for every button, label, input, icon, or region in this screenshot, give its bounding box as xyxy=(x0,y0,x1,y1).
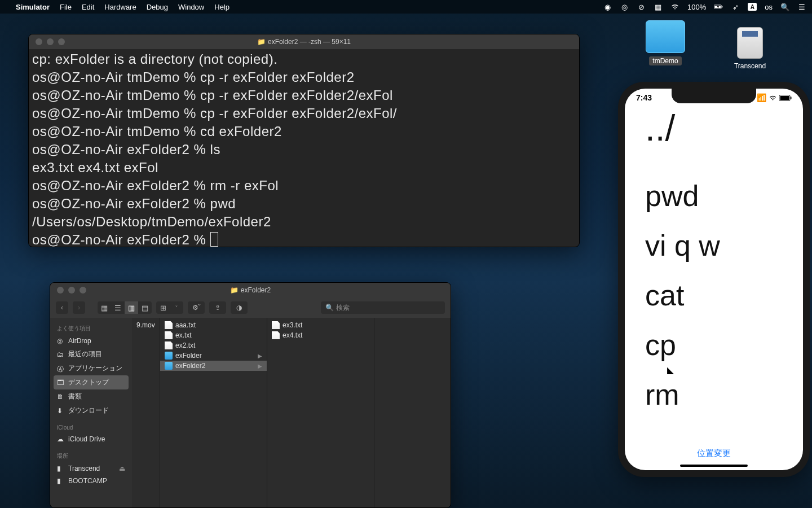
grid-icon[interactable]: ▦ xyxy=(654,2,663,11)
app-nav-back[interactable]: ../ xyxy=(645,108,783,171)
list-item[interactable]: exFolder2▶ xyxy=(160,361,267,371)
finder-column[interactable]: ex3.txt ex4.txt xyxy=(267,318,374,507)
list-item[interactable]: pwd xyxy=(645,171,783,221)
desktop-icon: 🗔 xyxy=(57,379,65,387)
list-item[interactable]: cp xyxy=(645,320,783,370)
sidebar-header: よく使う項目 xyxy=(50,322,132,335)
window-title: exFolder2 xyxy=(241,286,271,294)
tags-button[interactable]: ◑ xyxy=(231,301,248,314)
folder-icon xyxy=(165,362,173,370)
drive-icon: ▮ xyxy=(57,465,65,472)
list-view-icon[interactable]: ☰ xyxy=(111,301,125,314)
menu-help[interactable]: Help xyxy=(214,3,230,11)
finder-column[interactable] xyxy=(374,318,451,507)
menu-hardware[interactable]: Hardware xyxy=(104,3,136,11)
documents-icon: 🗎 xyxy=(57,393,65,401)
terminal-cursor xyxy=(210,232,218,247)
arrange-segment[interactable]: ⊞ˇ xyxy=(156,301,183,314)
menu-edit[interactable]: Edit xyxy=(82,3,94,11)
list-item[interactable]: vi q w xyxy=(645,221,783,270)
list-item[interactable]: ex3.txt xyxy=(267,320,374,330)
icon-view-icon[interactable]: ▦ xyxy=(98,301,111,314)
sidebar-item-recents[interactable]: 🗂最近の項目 xyxy=(50,347,132,361)
finder-column[interactable]: 9.mov xyxy=(132,318,160,507)
input-source-icon[interactable]: A xyxy=(748,3,757,11)
folder-icon xyxy=(646,20,685,53)
document-icon xyxy=(272,331,280,339)
drive-icon xyxy=(737,27,763,59)
window-titlebar[interactable]: 📁exFolder2 — -zsh — 59×11 xyxy=(29,34,579,49)
list-item[interactable]: rm xyxy=(645,370,783,419)
footer-link[interactable]: 位置変更 xyxy=(625,448,803,459)
list-item[interactable]: 9.mov xyxy=(132,320,160,330)
app-content[interactable]: ../ pwd vi q w cat cp rm xyxy=(625,108,803,419)
list-item[interactable]: ex.txt xyxy=(160,330,267,340)
svg-rect-2 xyxy=(722,6,722,8)
sidebar-item-documents[interactable]: 🗎書類 xyxy=(50,389,132,404)
simulator-device[interactable]: 7:43 📶 ../ pwd vi q w cat cp rm 位置変更 xyxy=(618,82,810,477)
home-indicator[interactable] xyxy=(680,465,748,467)
device-notch xyxy=(672,89,756,103)
screenshot-icon[interactable]: ◎ xyxy=(620,2,629,11)
notification-center-icon[interactable]: ☰ xyxy=(797,2,806,11)
user-menu[interactable]: os xyxy=(765,3,773,11)
desktop-disk-transcend[interactable]: Transcend xyxy=(722,27,778,70)
chevron-right-icon: ▶ xyxy=(258,353,262,359)
spotlight-icon[interactable]: 🔍 xyxy=(780,2,789,11)
battery-percent: 100% xyxy=(687,3,706,11)
compass-icon[interactable]: ➶ xyxy=(731,2,740,11)
document-icon xyxy=(165,331,173,339)
view-mode-segment[interactable]: ▦ ☰ ▥ ▤ xyxy=(98,301,152,314)
arrange-icon[interactable]: ⊞ xyxy=(156,301,170,314)
action-button[interactable]: ⚙ˇ xyxy=(188,301,205,314)
app-name[interactable]: Simulator xyxy=(16,3,50,11)
battery-icon xyxy=(714,2,723,11)
chevron-right-icon: ▶ xyxy=(258,363,262,369)
sidebar-item-transcend[interactable]: ▮Transcend⏏ xyxy=(50,462,132,475)
finder-sidebar: よく使う項目 ◎AirDrop 🗂最近の項目 Ⓐアプリケーション 🗔デスクトップ… xyxy=(50,318,132,507)
sidebar-item-airdrop[interactable]: ◎AirDrop xyxy=(50,335,132,347)
search-icon: 🔍 xyxy=(325,304,334,312)
sidebar-item-downloads[interactable]: ⬇ダウンロード xyxy=(50,404,132,418)
search-field[interactable]: 🔍検索 xyxy=(321,301,445,314)
column-view-icon[interactable]: ▥ xyxy=(125,301,138,314)
desktop-folder-tmdemo[interactable]: tmDemo xyxy=(637,20,694,65)
forward-button[interactable]: › xyxy=(73,301,85,314)
menu-debug[interactable]: Debug xyxy=(147,3,168,11)
svg-rect-4 xyxy=(780,96,789,100)
list-item[interactable]: cat xyxy=(645,270,783,320)
downloads-icon: ⬇ xyxy=(57,407,65,415)
finder-window[interactable]: 📁exFolder2 ‹ › ▦ ☰ ▥ ▤ ⊞ˇ ⚙ˇ ⇪ ◑ 🔍検索 よく使… xyxy=(50,282,451,508)
sidebar-item-bootcamp[interactable]: ▮BOOTCAMP xyxy=(50,475,132,487)
list-item[interactable]: ex2.txt xyxy=(160,340,267,351)
share-button[interactable]: ⇪ xyxy=(209,301,226,314)
applications-icon: Ⓐ xyxy=(57,365,65,373)
signal-icon: 📶 xyxy=(757,93,766,102)
menu-window[interactable]: Window xyxy=(178,3,204,11)
window-titlebar[interactable]: 📁exFolder2 xyxy=(50,283,451,297)
sidebar-item-icloud[interactable]: ☁iCloud Drive xyxy=(50,433,132,445)
eject-icon[interactable]: ⏏ xyxy=(119,465,125,472)
terminal-output[interactable]: cp: exFolder is a directory (not copied)… xyxy=(29,49,579,247)
menu-bar: Simulator File Edit Hardware Debug Windo… xyxy=(0,0,812,14)
status-time: 7:43 xyxy=(636,93,652,102)
menu-file[interactable]: File xyxy=(60,3,72,11)
terminal-window[interactable]: 📁exFolder2 — -zsh — 59×11 cp: exFolder i… xyxy=(28,34,580,247)
gallery-view-icon[interactable]: ▤ xyxy=(138,301,152,314)
sidebar-item-desktop[interactable]: 🗔デスクトップ xyxy=(54,375,129,389)
list-item[interactable]: ex4.txt xyxy=(267,330,374,340)
status-icon[interactable]: ⊘ xyxy=(637,2,646,11)
folder-icon: 📁 xyxy=(257,38,266,46)
desktop-label: Transcend xyxy=(734,62,766,70)
folder-icon xyxy=(165,352,173,360)
record-icon[interactable]: ◉ xyxy=(603,2,612,11)
wifi-icon[interactable] xyxy=(670,2,679,11)
list-item[interactable]: aaa.txt xyxy=(160,320,267,330)
finder-column[interactable]: aaa.txt ex.txt ex2.txt exFolder▶ exFolde… xyxy=(160,318,267,507)
battery-icon xyxy=(779,95,792,101)
back-button[interactable]: ‹ xyxy=(56,301,68,314)
list-item[interactable]: exFolder▶ xyxy=(160,351,267,361)
drive-icon: ▮ xyxy=(57,477,65,485)
sidebar-item-applications[interactable]: Ⓐアプリケーション xyxy=(50,361,132,375)
simulator-screen[interactable]: 7:43 📶 ../ pwd vi q w cat cp rm 位置変更 xyxy=(625,89,803,470)
